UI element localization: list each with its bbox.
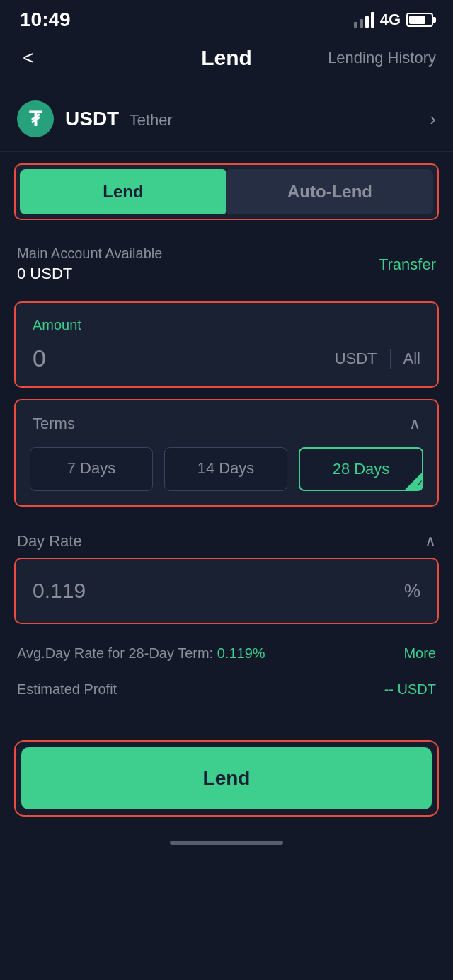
- signal-icon: [354, 12, 374, 28]
- account-value: 0 USDT: [17, 265, 162, 283]
- terms-label: Terms: [33, 415, 75, 433]
- token-icon: ₮: [17, 100, 54, 137]
- amount-right: USDT All: [335, 349, 420, 369]
- terms-section: Terms ∧ 7 Days 14 Days 28 Days: [14, 399, 439, 507]
- nav-header: < Lend Lending History: [0, 37, 453, 86]
- account-info: Main Account Available 0 USDT: [17, 246, 162, 283]
- token-info: ₮ USDT Tether: [17, 100, 173, 137]
- page-title: Lend: [201, 46, 252, 70]
- amount-section: Amount 0 USDT All: [14, 301, 439, 388]
- status-bar: 10:49 4G: [0, 0, 453, 37]
- amount-row: 0 USDT All: [33, 345, 420, 372]
- home-indicator: [0, 831, 453, 852]
- terms-chevron-icon[interactable]: ∧: [409, 415, 420, 433]
- amount-label: Amount: [33, 317, 420, 333]
- network-label: 4G: [380, 11, 401, 29]
- dayrate-chevron-icon[interactable]: ∧: [425, 532, 436, 550]
- amount-value[interactable]: 0: [33, 345, 46, 372]
- more-button[interactable]: More: [403, 645, 436, 662]
- account-label: Main Account Available: [17, 246, 162, 262]
- token-symbol: USDT: [65, 108, 119, 129]
- tab-auto-lend[interactable]: Auto-Lend: [226, 169, 433, 214]
- avg-rate-value: 0.119%: [217, 645, 265, 661]
- profit-value: -- USDT: [384, 681, 436, 698]
- lending-history-button[interactable]: Lending History: [328, 49, 436, 67]
- lend-main-button[interactable]: Lend: [21, 747, 432, 809]
- battery-icon: [406, 13, 433, 27]
- tab-row: Lend Auto-Lend: [20, 169, 433, 214]
- terms-options: 7 Days 14 Days 28 Days: [16, 447, 437, 505]
- token-fullname: Tether: [130, 111, 173, 129]
- back-button[interactable]: <: [17, 44, 40, 72]
- all-button[interactable]: All: [403, 350, 420, 368]
- status-time: 10:49: [20, 8, 71, 31]
- dayrate-header: Day Rate ∧: [0, 518, 453, 558]
- chevron-right-icon: ›: [430, 108, 436, 130]
- term-28days[interactable]: 28 Days: [299, 447, 423, 491]
- avg-rate-text: Avg.Day Rate for 28-Day Term: 0.119%: [17, 645, 265, 662]
- tab-section: Lend Auto-Lend: [14, 163, 439, 220]
- tab-lend[interactable]: Lend: [20, 169, 226, 214]
- lend-button-section: Lend: [14, 740, 439, 817]
- amount-divider: [390, 349, 391, 369]
- rate-value[interactable]: 0.119: [33, 579, 86, 603]
- transfer-button[interactable]: Transfer: [379, 255, 436, 274]
- amount-currency: USDT: [335, 350, 377, 368]
- home-bar: [170, 841, 283, 845]
- terms-header: Terms ∧: [16, 400, 437, 447]
- status-icons: 4G: [354, 11, 433, 29]
- rate-input-section[interactable]: 0.119 %: [14, 558, 439, 624]
- term-checkmark-icon: [405, 473, 422, 490]
- avg-rate-row: Avg.Day Rate for 28-Day Term: 0.119% Mor…: [0, 635, 453, 671]
- dayrate-label: Day Rate: [17, 532, 82, 550]
- rate-row: 0.119 %: [33, 579, 420, 603]
- rate-unit: %: [404, 580, 420, 602]
- profit-label: Estimated Profit: [17, 681, 117, 698]
- account-row: Main Account Available 0 USDT Transfer: [0, 231, 453, 287]
- estimated-profit-row: Estimated Profit -- USDT: [0, 671, 453, 719]
- term-7days[interactable]: 7 Days: [30, 447, 153, 491]
- term-14days[interactable]: 14 Days: [164, 447, 287, 491]
- token-details: USDT Tether: [65, 108, 173, 130]
- token-row[interactable]: ₮ USDT Tether ›: [0, 86, 453, 152]
